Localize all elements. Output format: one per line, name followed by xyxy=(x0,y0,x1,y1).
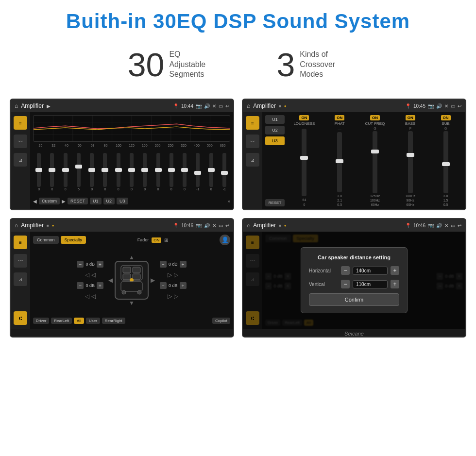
eq-custom-btn[interactable]: Custom xyxy=(39,198,60,204)
cutfreq-on[interactable]: ON xyxy=(370,115,380,120)
specialty-back-icon[interactable]: ↩ xyxy=(225,223,229,228)
eq-play-icon[interactable]: ▶ xyxy=(47,103,51,109)
eq-u1-btn[interactable]: U1 xyxy=(90,198,102,204)
specialty-eq-btn[interactable]: ≡ xyxy=(14,236,27,249)
eq-track-6[interactable] xyxy=(117,153,120,187)
specialty-x-icon[interactable]: ✕ xyxy=(212,223,216,228)
rr-minus[interactable]: − xyxy=(160,282,167,289)
crossover-u2-btn[interactable]: U2 xyxy=(265,126,285,135)
fader-on-badge[interactable]: ON xyxy=(152,237,161,243)
crossover-win-icon[interactable]: ▭ xyxy=(451,103,455,109)
eq-track-7[interactable] xyxy=(130,153,134,187)
dialog-back-icon[interactable]: ↩ xyxy=(458,223,461,228)
fl-plus[interactable]: + xyxy=(97,261,103,268)
loudness-slider[interactable] xyxy=(302,129,306,196)
dialog-win-icon[interactable]: ▭ xyxy=(451,223,455,228)
eq-track-1[interactable] xyxy=(50,153,54,187)
user-btn[interactable]: User xyxy=(86,318,100,324)
eq-prev-btn[interactable]: ◀ xyxy=(33,199,37,204)
common-tab[interactable]: Common xyxy=(33,236,59,244)
home-icon[interactable]: ⌂ xyxy=(15,102,18,109)
car-down-arrow[interactable]: ▼ xyxy=(129,300,135,306)
phat-on[interactable]: ON xyxy=(335,115,344,120)
eq-track-14[interactable] xyxy=(222,153,226,187)
rl-minus[interactable]: − xyxy=(77,282,84,289)
eq-track-3[interactable] xyxy=(77,153,81,187)
eq-track-11[interactable] xyxy=(183,153,187,187)
specialty-tab[interactable]: Specialty xyxy=(61,236,86,244)
eq-win-icon[interactable]: ▭ xyxy=(219,103,223,109)
eq-next-btn[interactable]: ▶ xyxy=(62,199,66,204)
eq-u3-btn[interactable]: U3 xyxy=(117,198,128,204)
crossover-eq-btn[interactable]: ≡ xyxy=(246,116,259,130)
car-right-arrow[interactable]: ▶ xyxy=(151,277,155,284)
confirm-button[interactable]: Confirm xyxy=(309,293,399,306)
loudness-on[interactable]: ON xyxy=(299,115,309,120)
eq-track-12[interactable] xyxy=(196,153,200,187)
driver-btn[interactable]: Driver xyxy=(33,318,49,324)
bass-on[interactable]: ON xyxy=(406,115,415,120)
eq-track-0[interactable] xyxy=(37,153,41,187)
eq-track-13[interactable] xyxy=(209,153,213,187)
sub-slider[interactable] xyxy=(443,131,448,193)
rearleft-btn[interactable]: RearLeft xyxy=(51,318,72,324)
eq-sidebar-eq-btn[interactable]: ≡ xyxy=(14,116,27,130)
dialog-x-icon[interactable]: ✕ xyxy=(444,223,448,228)
vertical-minus[interactable]: − xyxy=(341,280,350,288)
horizontal-minus[interactable]: − xyxy=(341,266,350,275)
eq-track-10[interactable] xyxy=(170,153,173,187)
car-up-arrow[interactable]: ▲ xyxy=(129,254,135,261)
phat-slider[interactable] xyxy=(337,132,342,192)
vertical-plus[interactable]: + xyxy=(391,280,399,288)
fader-sliders-icon[interactable]: ⊞ xyxy=(164,237,168,243)
bass-slider[interactable] xyxy=(408,131,413,193)
crossover-wave-btn[interactable]: 〰 xyxy=(246,135,259,148)
all-btn[interactable]: All xyxy=(74,318,84,324)
eq-camera-icon[interactable]: 📷 xyxy=(196,103,202,109)
crossover-vol-btn[interactable]: ⊿ xyxy=(246,153,259,167)
fr-plus[interactable]: + xyxy=(180,261,187,268)
cutfreq-slider[interactable] xyxy=(373,131,377,193)
rl-plus[interactable]: + xyxy=(97,282,103,289)
eq-track-8[interactable] xyxy=(143,153,147,187)
rr-plus[interactable]: + xyxy=(180,282,187,289)
home-icon-4[interactable]: ⌂ xyxy=(247,222,250,229)
fr-minus[interactable]: − xyxy=(160,261,167,268)
specialty-win-icon[interactable]: ▭ xyxy=(219,223,223,228)
home-icon-2[interactable]: ⌂ xyxy=(247,102,250,109)
specialty-camera-icon[interactable]: 📷 xyxy=(196,223,202,228)
specialty-vol-icon[interactable]: 🔊 xyxy=(204,223,210,228)
crossover-x-icon[interactable]: ✕ xyxy=(444,103,448,109)
sub-on[interactable]: ON xyxy=(441,115,451,120)
crossover-vol-icon[interactable]: 🔊 xyxy=(436,103,442,109)
eq-reset-btn[interactable]: RESET xyxy=(68,198,88,204)
fl-minus[interactable]: − xyxy=(77,261,84,268)
eq-track-5[interactable] xyxy=(103,153,107,187)
eq-back-icon[interactable]: ↩ xyxy=(225,103,229,109)
horizontal-value[interactable]: 140cm xyxy=(353,267,388,275)
eq-sidebar-wave-btn[interactable]: 〰 xyxy=(14,135,27,148)
eq-track-4[interactable] xyxy=(90,153,94,187)
eq-sidebar-vol-btn[interactable]: ⊿ xyxy=(14,153,27,167)
crossover-back-icon[interactable]: ↩ xyxy=(458,103,461,109)
crossover-u3-btn[interactable]: U3 xyxy=(265,136,285,145)
car-left-arrow[interactable]: ◀ xyxy=(108,277,113,284)
eq-track-2[interactable] xyxy=(64,153,68,187)
eq-expand-icon[interactable]: » xyxy=(227,199,230,204)
rearright-btn[interactable]: RearRight xyxy=(102,318,125,324)
dialog-camera-icon[interactable]: 📷 xyxy=(428,223,434,228)
dialog-vol-icon[interactable]: 🔊 xyxy=(436,223,442,228)
eq-x-icon[interactable]: ✕ xyxy=(212,103,216,109)
specialty-bt-btn[interactable]: ⑆ xyxy=(14,311,27,325)
eq-vol-icon[interactable]: 🔊 xyxy=(204,103,210,109)
crossover-u1-btn[interactable]: U1 xyxy=(265,115,285,124)
specialty-wave-btn[interactable]: 〰 xyxy=(14,254,27,268)
specialty-vol-btn[interactable]: ⊿ xyxy=(14,272,27,286)
crossover-reset-btn[interactable]: RESET xyxy=(265,199,285,206)
eq-u2-btn[interactable]: U2 xyxy=(103,198,115,204)
home-icon-3[interactable]: ⌂ xyxy=(15,222,18,229)
eq-track-9[interactable] xyxy=(156,153,160,187)
copilot-btn[interactable]: Copilot xyxy=(212,318,230,324)
vertical-value[interactable]: 110cm xyxy=(353,280,388,288)
crossover-camera-icon[interactable]: 📷 xyxy=(428,103,434,109)
